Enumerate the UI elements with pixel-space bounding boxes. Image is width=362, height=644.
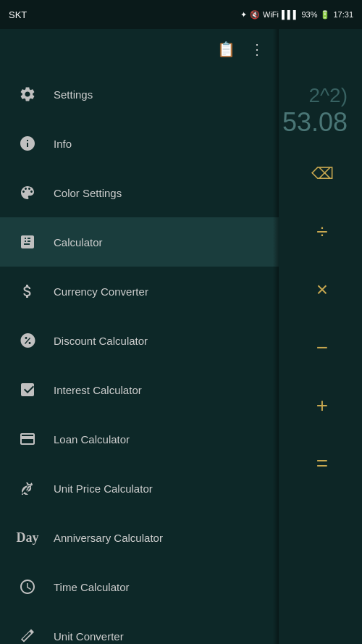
signal-icon: ▌▌▌ [282, 10, 298, 19]
currency-icon [12, 275, 43, 307]
calc-expression: 2^2) [308, 84, 348, 107]
discount-calculator-label: Discount Calculator [54, 335, 148, 347]
time-calculator-label: Time Calculator [54, 581, 129, 593]
calculator-icon [12, 226, 43, 258]
color-settings-icon [12, 177, 43, 209]
menu-item-unit-price-calculator[interactable]: Unit Price Calculator [0, 464, 279, 513]
wifi-icon: WiFi [263, 10, 279, 19]
backspace-button[interactable]: ⌫ [297, 149, 348, 199]
loan-calculator-label: Loan Calculator [54, 433, 130, 446]
clipboard-icon[interactable]: 📋 [210, 33, 243, 65]
battery-label: 93% [301, 10, 317, 19]
ruler-icon [12, 620, 43, 644]
status-icons: ✦ 🔇 WiFi ▌▌▌ 93% 🔋 17:31 [240, 10, 353, 20]
mute-icon: 🔇 [250, 10, 260, 20]
settings-label: Settings [54, 88, 93, 101]
discount-icon [12, 325, 43, 356]
unit-converter-label: Unit Converter [54, 630, 124, 643]
menu-item-discount-calculator[interactable]: Discount Calculator [0, 316, 279, 365]
menu-item-loan-calculator[interactable]: Loan Calculator [0, 414, 279, 464]
calc-result: 53.08 [282, 107, 348, 138]
menu-item-settings[interactable]: Settings [0, 70, 279, 119]
multiply-button[interactable]: × [297, 264, 348, 315]
menu-item-currency-converter[interactable]: Currency Converter [0, 267, 279, 316]
menu-item-info[interactable]: Info [0, 119, 279, 168]
more-options-icon[interactable]: ⋮ [243, 33, 272, 65]
day-icon: Day [12, 522, 43, 553]
add-button[interactable]: + [297, 380, 348, 431]
settings-icon [12, 78, 43, 110]
anniversary-calculator-label: Anniversary Calculator [54, 532, 163, 544]
battery-icon: 🔋 [320, 10, 330, 20]
bluetooth-icon: ✦ [240, 10, 247, 20]
calculator-label: Calculator [54, 236, 103, 248]
time-label: 17:31 [333, 10, 353, 19]
color-settings-label: Color Settings [54, 187, 122, 199]
currency-converter-label: Currency Converter [54, 285, 148, 298]
menu-item-color-settings[interactable]: Color Settings [0, 168, 279, 217]
menu-item-anniversary-calculator[interactable]: Day Anniversary Calculator [0, 513, 279, 562]
info-icon [12, 127, 43, 159]
equals-button[interactable]: = [297, 438, 348, 489]
divide-button[interactable]: ÷ [297, 206, 348, 257]
unit-price-calculator-label: Unit Price Calculator [54, 482, 153, 495]
status-bar: SKT ✦ 🔇 WiFi ▌▌▌ 93% 🔋 17:31 [0, 0, 362, 29]
loan-icon [12, 423, 43, 455]
interest-icon [12, 374, 43, 406]
menu-item-interest-calculator[interactable]: Interest Calculator [0, 365, 279, 414]
subtract-button[interactable]: − [297, 322, 348, 373]
menu-item-unit-converter[interactable]: Unit Converter [0, 611, 279, 644]
interest-calculator-label: Interest Calculator [54, 384, 142, 396]
menu-item-time-calculator[interactable]: Time Calculator [0, 562, 279, 611]
drawer-toolbar: 📋 ⋮ [0, 29, 279, 70]
carrier-label: SKT [9, 9, 27, 20]
navigation-drawer: 📋 ⋮ Settings Info [0, 29, 279, 644]
clock-icon [12, 571, 43, 603]
info-label: Info [54, 138, 72, 150]
scale-icon [12, 472, 43, 504]
menu-list: Settings Info Color Settings [0, 70, 279, 644]
menu-item-calculator[interactable]: Calculator [0, 217, 279, 267]
